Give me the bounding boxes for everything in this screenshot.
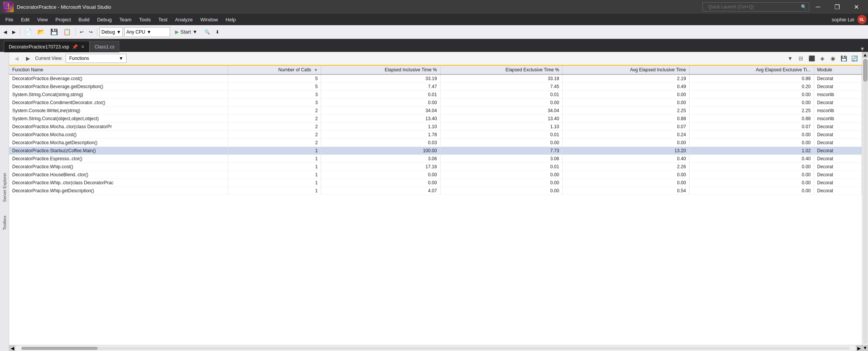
find-button[interactable]: 🔍 — [203, 27, 212, 37]
debug-dropdown[interactable]: Debug ▼ — [100, 27, 123, 37]
cell-row2-col0: System.String.Concat(string,string) — [9, 91, 228, 99]
table-row[interactable]: DecoratorPractice.Espresso..ctor()13.063… — [9, 155, 862, 163]
tab-vsp-close-icon[interactable]: ✕ — [81, 44, 85, 50]
table-row[interactable]: DecoratorPractice.Mocha.cost()21.780.010… — [9, 131, 862, 139]
quick-launch-input[interactable] — [705, 2, 798, 11]
toolbar-undo-btn[interactable]: ↩ — [78, 27, 85, 37]
menu-team[interactable]: Team — [116, 15, 135, 24]
toolbar-saveas-btn[interactable]: 📋 — [61, 27, 73, 37]
cell-row8-col2: 0.03 — [321, 139, 440, 147]
vscroll-thumb[interactable] — [863, 59, 868, 82]
perf-mark2-icon-btn[interactable]: ◉ — [828, 54, 837, 63]
horizontal-scrollbar[interactable]: ◀ ▶ — [9, 345, 862, 351]
current-view-label: Current View: — [35, 56, 63, 61]
perf-refresh-icon-btn[interactable]: 🔄 — [850, 54, 859, 63]
current-view-dropdown[interactable]: Functions ▼ — [66, 54, 127, 63]
menu-window[interactable]: Window — [196, 15, 222, 24]
col-elapsed-exc[interactable]: Elapsed Exclusive Time % — [440, 66, 563, 74]
cell-row6-col0: DecoratorPractice.Mocha..ctor(class Deco… — [9, 123, 228, 131]
scroll-up-btn[interactable]: ▲ — [862, 52, 868, 58]
menu-debug[interactable]: Debug — [93, 15, 116, 24]
minimize-button[interactable]: ─ — [809, 2, 827, 12]
perf-mark-icon-btn[interactable]: ◈ — [818, 54, 827, 63]
perf-back-btn[interactable]: ◀ — [12, 54, 21, 63]
cell-row1-col2: 7.47 — [321, 83, 440, 91]
col-avg-inc[interactable]: Avg Elapsed Inclusive Time — [563, 66, 689, 74]
perf-filter-icon-btn[interactable]: ▼ — [786, 54, 795, 63]
find-next-btn[interactable]: ⬇ — [214, 27, 221, 37]
quick-launch-search-icon: 🔍 — [801, 4, 807, 10]
table-row[interactable]: DecoratorPractice.Mocha.getDescription()… — [9, 139, 862, 147]
toolbar-open-btn[interactable]: 📂 — [35, 27, 47, 37]
menu-project[interactable]: Project — [51, 15, 74, 24]
scroll-track[interactable] — [21, 347, 850, 350]
perf-stop-icon-btn[interactable]: ⬛ — [807, 54, 816, 63]
cell-row7-col0: DecoratorPractice.Mocha.cost() — [9, 131, 228, 139]
col-module[interactable]: Module — [814, 66, 862, 74]
cell-row4-col0: System.Console.WriteLine(string) — [9, 107, 228, 115]
cell-row10-col3: 3.06 — [440, 155, 563, 163]
cpu-dropdown[interactable]: Any CPU ▼ — [124, 27, 170, 37]
menu-test[interactable]: Test — [154, 15, 171, 24]
cell-row1-col3: 7.45 — [440, 83, 563, 91]
restore-button[interactable]: ❐ — [828, 2, 846, 12]
perf-filter2-icon-btn[interactable]: ⊟ — [796, 54, 805, 63]
cell-row9-col3: 7.73 — [440, 147, 563, 155]
toolbar-redo-btn[interactable]: ↪ — [87, 27, 95, 37]
cell-row14-col0: DecoratorPractice.Whip.getDescription() — [9, 187, 228, 195]
scroll-right-btn[interactable]: ▶ — [856, 345, 862, 351]
cell-row6-col1: 2 — [228, 123, 321, 131]
scroll-down-btn[interactable]: ▼ — [862, 345, 868, 351]
col-avg-exc[interactable]: Avg Elapsed Exclusive Ti... — [689, 66, 814, 74]
scroll-thumb[interactable] — [21, 347, 98, 350]
scroll-left-btn[interactable]: ◀ — [9, 345, 15, 351]
menu-analyze[interactable]: Analyze — [171, 15, 196, 24]
tab-vsp[interactable]: DecoratorPractice170723.vsp 📌 ✕ — [4, 41, 90, 52]
main-area: Server Explorer Toolbox ◀ ▶ Current View… — [0, 52, 868, 351]
toolbar-sep-3 — [97, 28, 97, 36]
table-row[interactable]: DecoratorPractice.Beverage.cost()533.193… — [9, 74, 862, 83]
col-elapsed-inc[interactable]: Elapsed Inclusive Time % — [321, 66, 440, 74]
cell-row10-col4: 0.40 — [563, 155, 689, 163]
menu-build[interactable]: Build — [75, 15, 93, 24]
table-row[interactable]: DecoratorPractice.Mocha..ctor(class Deco… — [9, 123, 862, 131]
table-row[interactable]: DecoratorPractice.Whip.cost()117.160.012… — [9, 163, 862, 171]
toolbar-back-btn[interactable]: ◀ — [2, 27, 9, 37]
tab-cs-label: Class1.cs — [95, 44, 114, 50]
content-area: ◀ ▶ Current View: Functions ▼ ▼ ⊟ ⬛ ◈ ◉ … — [9, 52, 862, 351]
table-row[interactable]: DecoratorPractice.Whip..ctor(class Decor… — [9, 179, 862, 187]
table-row[interactable]: DecoratorPractice.Beverage.getDescriptio… — [9, 83, 862, 91]
table-row[interactable]: System.Console.WriteLine(string)234.0434… — [9, 107, 862, 115]
table-row[interactable]: DecoratorPractice.StarbuzzCoffee.Main()1… — [9, 147, 862, 155]
tab-overflow-btn[interactable]: ▼ — [860, 46, 868, 52]
table-row[interactable]: System.String.Concat(string,string)30.01… — [9, 91, 862, 99]
menu-help[interactable]: Help — [222, 15, 240, 24]
table-row[interactable]: DecoratorPractice.HouseBlend..ctor()10.0… — [9, 171, 862, 179]
cell-row2-col3: 0.01 — [440, 91, 563, 99]
table-row[interactable]: System.String.Concat(object,object,objec… — [9, 115, 862, 123]
menu-file[interactable]: File — [2, 15, 17, 24]
menu-edit[interactable]: Edit — [17, 15, 33, 24]
toolbar-save-btn[interactable]: 💾 — [48, 27, 60, 37]
close-button[interactable]: ✕ — [847, 2, 865, 12]
table-row[interactable]: DecoratorPractice.CondimentDecorator..ct… — [9, 99, 862, 107]
perf-forward-btn[interactable]: ▶ — [24, 54, 32, 63]
start-button[interactable]: ▶ Start ▼ — [172, 27, 201, 37]
cell-row11-col0: DecoratorPractice.Whip.cost() — [9, 163, 228, 171]
menu-view[interactable]: View — [33, 15, 51, 24]
menu-tools[interactable]: Tools — [135, 15, 154, 24]
perf-save-icon-btn[interactable]: 💾 — [839, 54, 848, 63]
toolbox-label[interactable]: Toolbox — [2, 213, 7, 233]
tab-cs[interactable]: Class1.cs — [90, 41, 119, 52]
cell-row13-col4: 0.00 — [563, 179, 689, 187]
col-num-calls[interactable]: Number of Calls ▼ — [228, 66, 321, 74]
tab-vsp-pin-icon[interactable]: 📌 — [72, 44, 78, 50]
col-func-name[interactable]: Function Name — [9, 66, 228, 74]
vertical-scrollbar[interactable]: ▲ ▼ — [862, 52, 868, 351]
toolbar-forward-btn[interactable]: ▶ — [10, 27, 18, 37]
cell-row3-col1: 3 — [228, 99, 321, 107]
cell-row11-col4: 2.26 — [563, 163, 689, 171]
toolbar-new-btn[interactable]: 📄 — [23, 27, 34, 37]
server-explorer-label[interactable]: Server Explorer — [2, 170, 7, 205]
table-row[interactable]: DecoratorPractice.Whip.getDescription()1… — [9, 187, 862, 195]
